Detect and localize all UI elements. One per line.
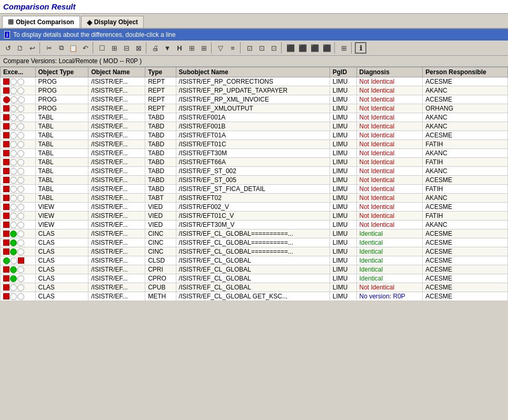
toolbar-btn-2[interactable]: ↩ — [26, 42, 38, 54]
toolbar-btn-undo[interactable]: ↶ — [79, 42, 91, 54]
person-cell: ACESME — [423, 229, 508, 238]
person-cell: ACESME — [423, 274, 508, 283]
obj-type-cell: PROG — [35, 77, 88, 86]
red-c-icon — [3, 96, 10, 103]
toolbar-btn-print[interactable]: 🖨 — [150, 42, 161, 54]
tab-object-comparison[interactable]: ⊞ Object Comparison — [2, 16, 80, 28]
table-row[interactable]: TABL/ISISTR/EF...TABD/ISISTR/EF_ST_FICA_… — [1, 185, 508, 194]
obj-name-cell: /ISISTR/EF... — [88, 158, 145, 167]
table-row[interactable]: TABL/ISISTR/EF...TABD/ISISTR/EF001ALIMUN… — [1, 113, 508, 122]
pgid-cell: LIMU — [330, 292, 356, 301]
table-row[interactable]: TABL/ISISTR/EF...TABD/ISISTR/EF001BLIMUN… — [1, 122, 508, 131]
toolbar-btn-filter2[interactable]: ≡ — [227, 42, 238, 54]
tb-sep-3 — [146, 42, 148, 54]
white-c-icon — [17, 186, 24, 193]
white-c-icon — [17, 266, 24, 273]
col-obj-type: Object Type — [35, 67, 88, 77]
table-wrapper[interactable]: Exce... Object Type Object Name Type Sub… — [0, 67, 508, 301]
toolbar-btn-cut[interactable]: ✂ — [43, 42, 55, 54]
table-row[interactable]: PROG/ISISTR/EF...REPT/ISISTR/EF_RP_XML_I… — [1, 95, 508, 104]
diagnosis-cell: Not Identical — [356, 212, 423, 221]
toolbar-btn-h[interactable]: H — [174, 42, 185, 54]
white-c-icon — [17, 195, 24, 202]
table-row[interactable]: CLAS/ISISTR/EF...CINC/ISISTR/EF_CL_GLOBA… — [1, 229, 508, 238]
toolbar-btn-grid2[interactable]: ⊟ — [121, 42, 132, 54]
toolbar-btn-p2[interactable]: ⬛ — [297, 42, 308, 54]
table-row[interactable]: TABL/ISISTR/EF...TABD/ISISTR/EFT01ALIMUN… — [1, 131, 508, 140]
subobj-cell: /ISISTR/EFT01A — [176, 131, 330, 140]
toolbar-btn-grid3[interactable]: ⊠ — [133, 42, 144, 54]
diagnosis-cell: Identical — [356, 238, 423, 247]
tab-bar: ⊞ Object Comparison ◈ Display Object — [0, 14, 508, 29]
obj-name-cell: /ISISTR/EF... — [88, 167, 145, 176]
table-row[interactable]: CLAS/ISISTR/EF...CPUB/ISISTR/EF_CL_GLOBA… — [1, 283, 508, 292]
table-row[interactable]: TABL/ISISTR/EF...TABD/ISISTR/EFT01CLIMUN… — [1, 140, 508, 149]
white-c-icon — [17, 159, 24, 166]
toolbar-btn-filter[interactable]: ▽ — [215, 42, 226, 54]
toolbar-btn-g1[interactable]: ⊞ — [186, 42, 197, 54]
table-row[interactable]: CLAS/ISISTR/EF...CINC/ISISTR/EF_CL_GLOBA… — [1, 247, 508, 256]
person-cell: ACESME — [423, 176, 508, 185]
toolbar-btn-g2[interactable]: ⊞ — [198, 42, 210, 54]
toolbar-btn-s3[interactable]: ⊡ — [268, 42, 280, 54]
type-cell: CINC — [145, 247, 176, 256]
red-sq-icon — [3, 266, 9, 273]
pgid-cell: LIMU — [330, 229, 356, 238]
white-c-icon — [17, 231, 24, 237]
toolbar-btn-grid-view[interactable]: ⊞ — [338, 42, 350, 54]
table-row[interactable]: VIEW/ISISTR/EF...VIED/ISISTR/EF002_VLIMU… — [1, 203, 508, 212]
obj-name-cell: /ISISTR/EF... — [88, 77, 145, 86]
toolbar-btn-s1[interactable]: ⊡ — [244, 42, 255, 54]
table-row[interactable]: TABL/ISISTR/EF...TABD/ISISTR/EF_ST_005LI… — [1, 176, 508, 185]
type-cell: REPT — [145, 95, 176, 104]
table-row[interactable]: CLAS/ISISTR/EF...CPRI/ISISTR/EF_CL_GLOBA… — [1, 265, 508, 274]
table-row[interactable]: CLAS/ISISTR/EF...CPRO/ISISTR/EF_CL_GLOBA… — [1, 274, 508, 283]
tab-display-object[interactable]: ◈ Display Object — [81, 16, 144, 28]
white-c-icon — [10, 213, 17, 219]
diagnosis-cell: Not Identical — [356, 167, 423, 176]
diagnosis-cell: Not Identical — [356, 140, 423, 149]
toolbar-btn-p1[interactable]: ⬛ — [285, 42, 296, 54]
toolbar-btn-1[interactable]: 🗋 — [14, 42, 26, 54]
person-cell: FATIH — [423, 185, 508, 194]
subobj-cell: /ISISTR/EF_CL_GLOBAL GET_KSC... — [176, 292, 330, 301]
toolbar-btn-refresh[interactable]: ↺ — [2, 42, 14, 54]
pgid-cell: LIMU — [330, 167, 356, 176]
table-row[interactable]: PROG/ISISTR/EF...REPT/ISISTR/EF_RP_UPDAT… — [1, 86, 508, 95]
person-cell: ACESME — [423, 256, 508, 265]
exec-cell — [1, 122, 36, 131]
white-c-icon — [10, 132, 17, 139]
pgid-cell: LIMU — [330, 265, 356, 274]
white-c-icon — [17, 78, 24, 85]
toolbar-btn-p3[interactable]: ⬛ — [309, 42, 321, 54]
table-row[interactable]: TABL/ISISTR/EF...TABD/ISISTR/EF_ST_002LI… — [1, 167, 508, 176]
table-row[interactable]: PROG/ISISTR/EF...REPT/ISISTR/EF_RP_CORRE… — [1, 77, 508, 86]
table-row[interactable]: VIEW/ISISTR/EF...VIED/ISISTR/EFT30M_VLIM… — [1, 221, 508, 229]
type-cell: CPUB — [145, 283, 176, 292]
toolbar-btn-paste[interactable]: 📋 — [67, 42, 79, 54]
table-row[interactable]: TABL/ISISTR/EF...TABD/ISISTR/EFT30MLIMUN… — [1, 149, 508, 158]
table-row[interactable]: CLAS/ISISTR/EF...METH/ISISTR/EF_CL_GLOBA… — [1, 292, 508, 301]
diagnosis-cell: Not Identical — [356, 77, 423, 86]
table-row[interactable]: TABL/ISISTR/EF...TABT/ISISTR/EFT02LIMUNo… — [1, 194, 508, 203]
type-cell: TABD — [145, 131, 176, 140]
toolbar-btn-info[interactable]: ℹ — [355, 42, 366, 54]
table-row[interactable]: CLAS/ISISTR/EF...CINC/ISISTR/EF_CL_GLOBA… — [1, 238, 508, 247]
table-row[interactable]: PROG/ISISTR/EF...REPT/ISISTR/EF_XMLOUTPU… — [1, 104, 508, 113]
toolbar-btn-dl[interactable]: ▼ — [162, 42, 173, 54]
toolbar-btn-copy[interactable]: ⧉ — [55, 42, 67, 54]
tb-sep-6 — [281, 42, 283, 54]
toolbar-btn-grid1[interactable]: ⊞ — [108, 42, 120, 54]
subobj-cell: /ISISTR/EF_CL_GLOBAL==========... — [176, 247, 330, 256]
person-cell: FATIH — [423, 140, 508, 149]
table-row[interactable]: TABL/ISISTR/EF...TABD/ISISTR/EFT66ALIMUN… — [1, 158, 508, 167]
pgid-cell: LIMU — [330, 212, 356, 221]
table-row[interactable]: CLAS/ISISTR/EF...CLSD/ISISTR/EF_CL_GLOBA… — [1, 256, 508, 265]
table-row[interactable]: VIEW/ISISTR/EF...VIED/ISISTR/EFT01C_VLIM… — [1, 212, 508, 221]
red-sq-icon — [3, 87, 9, 94]
toolbar-btn-box[interactable]: ☐ — [96, 42, 108, 54]
toolbar-btn-s2[interactable]: ⊡ — [256, 42, 267, 54]
person-cell: ACESME — [423, 265, 508, 274]
toolbar-btn-p4[interactable]: ⬛ — [321, 42, 333, 54]
info-bar: i To display details about the differenc… — [0, 29, 508, 41]
